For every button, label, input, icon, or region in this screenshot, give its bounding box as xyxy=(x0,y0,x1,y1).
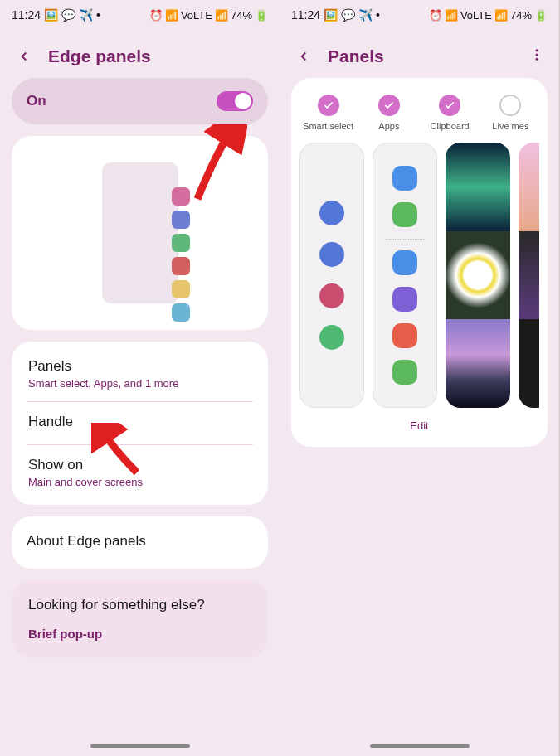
battery-icon: 🔋 xyxy=(255,9,268,22)
page-title: Panels xyxy=(328,46,384,66)
calculator-app-icon xyxy=(392,202,417,227)
panel-preview-live-messages[interactable] xyxy=(519,143,539,408)
rectangle-select-icon xyxy=(319,201,344,225)
edge-panel-preview xyxy=(12,136,268,330)
header: Panels xyxy=(280,30,559,78)
selector-smart-select[interactable]: Smart select xyxy=(299,94,357,131)
svg-point-1 xyxy=(536,54,538,56)
status-bar: 11:24 🖼️ 💬 ✈️ • ⏰ 📶 VoLTE 📶 74% 🔋 xyxy=(280,0,559,30)
about-label: About Edge panels xyxy=(27,533,253,550)
panels-content-card: Smart select Apps Clipboard Live mes xyxy=(291,78,548,447)
alarm-icon: ⏰ xyxy=(429,9,442,22)
chat-icon: 💬 xyxy=(61,8,75,22)
panels-subtitle: Smart select, Apps, and 1 more xyxy=(28,377,251,390)
check-icon xyxy=(318,94,339,116)
home-indicator[interactable] xyxy=(90,744,190,748)
chat-icon: 💬 xyxy=(341,8,355,22)
dot-icon: • xyxy=(376,8,380,22)
handle-item[interactable]: Handle xyxy=(27,402,253,445)
battery-percent: 74% xyxy=(231,9,252,22)
dot-icon: • xyxy=(96,8,100,22)
battery-icon: 🔋 xyxy=(534,9,548,22)
panel-previews-row[interactable] xyxy=(299,143,539,408)
volte-icon: VoLTE xyxy=(181,9,212,22)
clipboard-image-aurora xyxy=(446,143,510,231)
header: Edge panels xyxy=(0,30,280,78)
about-card[interactable]: About Edge panels xyxy=(12,516,268,569)
left-phone: 11:24 🖼️ 💬 ✈️ • ⏰ 📶 VoLTE 📶 74% 🔋 Edge p… xyxy=(0,0,280,756)
browser-app-icon xyxy=(392,287,417,312)
show-on-label: Show on xyxy=(28,457,251,473)
status-time: 11:24 xyxy=(12,8,41,22)
panel-preview-apps[interactable] xyxy=(373,143,437,408)
panel-selectors-row: Smart select Apps Clipboard Live mes xyxy=(299,94,539,131)
messages-app-icon xyxy=(392,250,417,275)
handle-label: Handle xyxy=(28,414,251,430)
selector-clipboard[interactable]: Clipboard xyxy=(421,94,479,131)
settings-list-card: Panels Smart select, Apps, and 1 more Ha… xyxy=(12,342,268,505)
notes-app-icon xyxy=(392,323,417,348)
wifi-icon: 📶 xyxy=(165,9,178,22)
selector-live-messages[interactable]: Live mes xyxy=(482,94,539,131)
suggestion-link[interactable]: Brief pop-up xyxy=(28,627,251,641)
panel-preview-smart-select[interactable] xyxy=(299,143,364,408)
preview-phone-graphic xyxy=(102,162,178,303)
live-image-1 xyxy=(519,143,539,231)
suggestion-title: Looking for something else? xyxy=(28,597,251,613)
svg-point-2 xyxy=(536,58,538,61)
back-button[interactable] xyxy=(295,47,313,65)
pin-icon xyxy=(319,284,344,308)
telegram-icon: ✈️ xyxy=(358,8,373,22)
check-icon xyxy=(378,94,400,116)
gif-icon xyxy=(319,325,344,350)
live-image-2 xyxy=(519,231,539,320)
home-indicator[interactable] xyxy=(370,744,470,748)
master-toggle[interactable] xyxy=(217,91,253,111)
divider-separator xyxy=(386,239,424,240)
alarm-icon: ⏰ xyxy=(149,9,163,22)
panels-label: Panels xyxy=(28,358,251,375)
clipboard-image-pier xyxy=(446,319,510,408)
suggestion-card: Looking for something else? Brief pop-up xyxy=(12,580,268,657)
wifi-icon: 📶 xyxy=(445,9,458,22)
check-icon xyxy=(439,94,460,116)
selector-apps[interactable]: Apps xyxy=(360,94,417,131)
back-button[interactable] xyxy=(15,47,33,65)
gallery-icon: 🖼️ xyxy=(324,8,338,22)
signal-icon: 📶 xyxy=(494,9,508,22)
telegram-icon: ✈️ xyxy=(79,8,93,22)
clipboard-image-flower xyxy=(446,231,510,320)
master-toggle-row[interactable]: On xyxy=(12,78,268,124)
more-button[interactable] xyxy=(529,47,544,65)
page-title: Edge panels xyxy=(48,46,151,66)
volte-icon: VoLTE xyxy=(460,9,492,22)
svg-point-0 xyxy=(536,49,538,51)
live-image-3 xyxy=(519,319,539,408)
status-bar: 11:24 🖼️ 💬 ✈️ • ⏰ 📶 VoLTE 📶 74% 🔋 xyxy=(0,0,280,30)
panels-item[interactable]: Panels Smart select, Apps, and 1 more xyxy=(27,346,253,402)
check-icon-unchecked xyxy=(499,94,521,116)
right-phone: 11:24 🖼️ 💬 ✈️ • ⏰ 📶 VoLTE 📶 74% 🔋 Panels xyxy=(280,0,559,756)
status-time: 11:24 xyxy=(291,8,320,22)
panel-preview-clipboard[interactable] xyxy=(446,143,510,408)
phone-app-icon xyxy=(392,360,417,385)
calendar-app-icon xyxy=(392,166,417,191)
signal-icon: 📶 xyxy=(215,9,228,22)
battery-percent: 74% xyxy=(510,9,532,22)
edit-link[interactable]: Edit xyxy=(299,419,539,432)
show-on-subtitle: Main and cover screens xyxy=(28,476,251,488)
gallery-icon: 🖼️ xyxy=(44,8,58,22)
toggle-label: On xyxy=(27,93,46,109)
show-on-item[interactable]: Show on Main and cover screens xyxy=(27,445,253,500)
oval-select-icon xyxy=(319,242,344,267)
